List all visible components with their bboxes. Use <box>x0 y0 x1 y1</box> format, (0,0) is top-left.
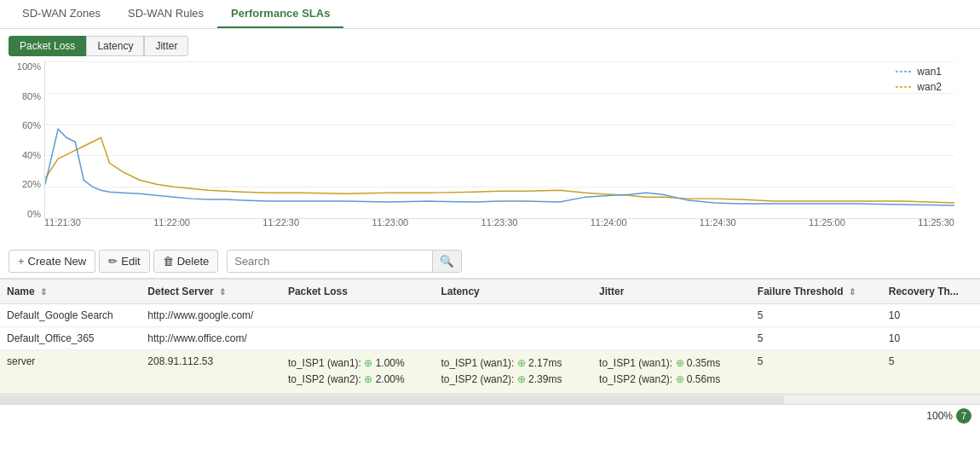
jitter-isp2: to_ISP2 (wan2): ⊕ 0.56ms <box>599 372 744 388</box>
col-detect-server[interactable]: Detect Server ⇕ <box>141 280 281 304</box>
chart-tabs: Packet Loss Latency Jitter <box>9 36 971 56</box>
up-icon-lat1: ⊕ <box>517 357 526 369</box>
tab-packet-loss[interactable]: Packet Loss <box>9 36 86 56</box>
tab-latency[interactable]: Latency <box>86 36 144 56</box>
cell-jitter-2 <box>592 327 751 350</box>
trash-icon: 🗑 <box>163 255 174 268</box>
cell-jitter-3: to_ISP1 (wan1): ⊕ 0.35ms to_ISP2 (wan2):… <box>592 350 751 394</box>
tab-jitter[interactable]: Jitter <box>144 36 188 56</box>
latency-isp1: to_ISP1 (wan1): ⊕ 2.17ms <box>441 355 585 372</box>
table-row[interactable]: Default_Office_365 http://www.office.com… <box>0 327 980 350</box>
up-icon-lat2: ⊕ <box>517 373 526 385</box>
up-icon-pl2: ⊕ <box>364 373 372 385</box>
sort-icon-failure: ⇕ <box>849 287 856 297</box>
table-row[interactable]: Default_Google Search http://www.google.… <box>0 304 980 327</box>
cell-failure-2: 5 <box>751 327 882 350</box>
tab-sdwan-rules[interactable]: SD-WAN Rules <box>114 0 217 28</box>
tab-sdwan-zones[interactable]: SD-WAN Zones <box>9 0 114 28</box>
col-packet-loss: Packet Loss <box>281 280 434 304</box>
search-input[interactable] <box>228 251 432 272</box>
wan1-line <box>45 130 954 206</box>
scrollbar-track[interactable] <box>0 395 784 404</box>
cell-name-3: server <box>0 350 141 394</box>
y-axis: 100% 80% 60% 40% 20% 0% <box>9 61 44 219</box>
top-nav: SD-WAN Zones SD-WAN Rules Performance SL… <box>0 0 980 29</box>
col-failure-threshold[interactable]: Failure Threshold ⇕ <box>751 280 882 304</box>
create-new-button[interactable]: + Create New <box>9 250 95 273</box>
search-box: 🔍 <box>227 250 462 273</box>
chart-area: wan1 wan2 <box>44 61 954 219</box>
edit-icon: ✏ <box>108 255 118 268</box>
up-icon-jit2: ⊕ <box>676 373 684 385</box>
cell-latency-2 <box>434 327 592 350</box>
tab-performance-slas[interactable]: Performance SLAs <box>217 0 343 28</box>
packet-loss-isp1: to_ISP1 (wan1): ⊕ 1.00% <box>288 355 427 372</box>
zoom-control: 100% 7 <box>926 408 971 424</box>
cell-packet-loss-2 <box>281 327 434 350</box>
col-recovery-threshold: Recovery Th... <box>882 280 980 304</box>
delete-button[interactable]: 🗑 Delete <box>153 250 219 273</box>
cell-server-1: http://www.google.com/ <box>141 304 281 327</box>
chart-section: Packet Loss Latency Jitter 100% 80% 60% … <box>0 29 980 245</box>
cell-latency-3: to_ISP1 (wan1): ⊕ 2.17ms to_ISP2 (wan2):… <box>434 350 592 394</box>
zoom-level: 100% <box>926 410 953 422</box>
chart-container: 100% 80% 60% 40% 20% 0% <box>9 61 963 245</box>
cell-packet-loss-1 <box>281 304 434 327</box>
status-bar: 100% 7 <box>0 404 980 427</box>
cell-packet-loss-3: to_ISP1 (wan1): ⊕ 1.00% to_ISP2 (wan2): … <box>281 350 434 394</box>
cell-failure-1: 5 <box>751 304 882 327</box>
col-name[interactable]: Name ⇕ <box>0 280 141 304</box>
col-jitter: Jitter <box>592 280 751 304</box>
table-wrapper: Name ⇕ Detect Server ⇕ Packet Loss Laten… <box>0 279 980 394</box>
wan1-legend-icon <box>896 66 913 77</box>
x-axis: 11:21:30 11:22:00 11:22:30 11:23:00 11:2… <box>44 217 954 228</box>
cell-name-1: Default_Google Search <box>0 304 141 327</box>
wan2-line <box>45 138 954 204</box>
cell-recovery-3: 5 <box>882 350 980 394</box>
cell-jitter-1 <box>592 304 751 327</box>
sla-table: Name ⇕ Detect Server ⇕ Packet Loss Laten… <box>0 279 980 394</box>
latency-isp2: to_ISP2 (wan2): ⊕ 2.39ms <box>441 372 585 388</box>
legend-wan1: wan1 <box>896 66 942 78</box>
search-button[interactable]: 🔍 <box>432 251 461 272</box>
col-latency: Latency <box>434 280 592 304</box>
packet-loss-isp2: to_ISP2 (wan2): ⊕ 2.00% <box>288 372 427 388</box>
table-row-selected[interactable]: server 208.91.112.53 to_ISP1 (wan1): ⊕ 1… <box>0 350 980 394</box>
horizontal-scrollbar[interactable] <box>0 394 980 404</box>
jitter-isp1: to_ISP1 (wan1): ⊕ 0.35ms <box>599 355 744 372</box>
cell-name-2: Default_Office_365 <box>0 327 141 350</box>
edit-button[interactable]: ✏ Edit <box>99 250 149 273</box>
sort-icon-name: ⇕ <box>40 287 47 297</box>
chart-legend: wan1 wan2 <box>896 66 942 93</box>
toolbar: + Create New ✏ Edit 🗑 Delete 🔍 <box>0 245 980 279</box>
table-header-row: Name ⇕ Detect Server ⇕ Packet Loss Laten… <box>0 280 980 304</box>
search-icon: 🔍 <box>440 255 454 268</box>
sort-icon-detect: ⇕ <box>219 287 226 297</box>
cell-recovery-1: 10 <box>882 304 980 327</box>
cell-failure-3: 5 <box>751 350 882 394</box>
legend-wan1-label: wan1 <box>917 66 942 78</box>
chart-svg <box>45 61 954 218</box>
legend-wan2-label: wan2 <box>917 81 942 93</box>
plus-icon: + <box>18 255 25 268</box>
wan2-legend-icon <box>896 82 913 92</box>
cell-server-3: 208.91.112.53 <box>141 350 281 394</box>
legend-wan2: wan2 <box>896 81 942 93</box>
cell-latency-1 <box>434 304 592 327</box>
cell-recovery-2: 10 <box>882 327 980 350</box>
up-icon-jit1: ⊕ <box>676 357 684 369</box>
status-indicator: 7 <box>956 408 971 424</box>
up-icon-pl1: ⊕ <box>364 357 372 369</box>
cell-server-2: http://www.office.com/ <box>141 327 281 350</box>
